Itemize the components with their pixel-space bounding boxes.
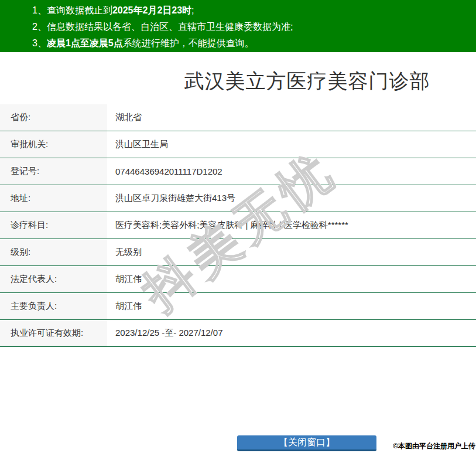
- notice-1-num: 1、: [32, 5, 47, 15]
- row-label: 审批机关:: [0, 131, 107, 158]
- table-row: 省份:湖北省: [0, 104, 476, 131]
- row-label: 执业许可证有效期:: [0, 320, 107, 346]
- row-label: 省份:: [0, 104, 107, 131]
- row-value: 洪山区卓刀泉街雄楚大街413号: [107, 185, 476, 212]
- info-table: 省份:湖北省审批机关:洪山区卫生局登记号:07446436942011117D1…: [0, 104, 476, 347]
- title-wrap: 武汉美立方医疗美容门诊部: [138, 68, 476, 95]
- row-label: 地址:: [0, 185, 107, 212]
- row-value: 洪山区卫生局: [107, 131, 476, 158]
- row-value: 2023/12/25 -至- 2027/12/07: [107, 320, 476, 346]
- row-label: 登记号:: [0, 158, 107, 185]
- row-value: 湖北省: [107, 104, 476, 131]
- notice-banner: 1、查询数据截止到2025年2月2日23时; 2、信息数据结果以各省、自治区、直…: [0, 0, 476, 52]
- copyright-stamp: ©本图由平台注册用户上传: [393, 441, 475, 451]
- notice-line-1: 1、查询数据截止到2025年2月2日23时;: [32, 2, 470, 19]
- close-window-button[interactable]: 【关闭窗口】: [237, 435, 376, 451]
- table-row: 级别:无级别: [0, 239, 476, 266]
- row-label: 诊疗科目:: [0, 212, 107, 239]
- row-value: 胡江伟: [107, 293, 476, 319]
- notice-1-text: 查询数据截止到: [47, 5, 112, 15]
- page-title: 武汉美立方医疗美容门诊部: [184, 70, 430, 92]
- table-row: 诊疗科目:医疗美容科;美容外科;美容皮肤科 | 麻醉科 | 医学检验科*****…: [0, 212, 476, 239]
- notice-3-num: 3、: [32, 38, 47, 48]
- notice-2-text: 信息数据结果以各省、自治区、直辖市卫生健康委数据为准;: [47, 22, 293, 32]
- row-value: 医疗美容科;美容外科;美容皮肤科 | 麻醉科 | 医学检验科******: [107, 212, 476, 239]
- table-row: 法定代表人:胡江伟: [0, 266, 476, 293]
- notice-3-post: 系统进行维护，不能提供查询。: [123, 38, 254, 48]
- row-label: 级别:: [0, 239, 107, 265]
- notice-2-num: 2、: [32, 22, 47, 32]
- notice-1-bold: 2025年2月2日23时: [112, 5, 191, 15]
- notice-line-2: 2、信息数据结果以各省、自治区、直辖市卫生健康委数据为准;: [32, 19, 470, 35]
- table-row: 执业许可证有效期:2023/12/25 -至- 2027/12/07: [0, 320, 476, 347]
- row-value: 07446436942011117D1202: [107, 158, 476, 185]
- row-value: 无级别: [107, 239, 476, 265]
- table-row: 登记号:07446436942011117D1202: [0, 158, 476, 185]
- row-label: 主要负责人:: [0, 293, 107, 319]
- table-row: 主要负责人:胡江伟: [0, 293, 476, 320]
- notice-line-3: 3、凌晨1点至凌晨5点系统进行维护，不能提供查询。: [32, 35, 470, 52]
- row-label: 法定代表人:: [0, 266, 107, 292]
- notice-1-post: ;: [191, 5, 194, 15]
- notice-3-bold: 凌晨1点至凌晨5点: [47, 38, 123, 48]
- row-value: 胡江伟: [107, 266, 476, 292]
- table-row: 审批机关:洪山区卫生局: [0, 131, 476, 158]
- table-row: 地址:洪山区卓刀泉街雄楚大街413号: [0, 185, 476, 212]
